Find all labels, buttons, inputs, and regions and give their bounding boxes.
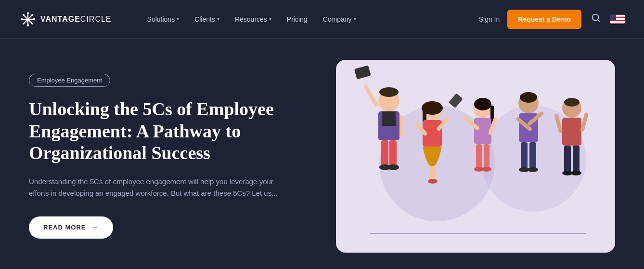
svg-rect-52 <box>529 142 536 169</box>
svg-point-8 <box>23 14 25 16</box>
svg-rect-25 <box>363 84 379 107</box>
svg-rect-33 <box>430 166 436 180</box>
svg-point-28 <box>379 87 399 97</box>
request-demo-button[interactable]: Request a Demo <box>507 10 581 29</box>
chevron-down-icon: ▾ <box>269 16 271 22</box>
chevron-down-icon: ▾ <box>177 16 179 22</box>
svg-point-10 <box>31 14 33 16</box>
svg-rect-60 <box>564 146 571 172</box>
svg-rect-22 <box>389 140 397 167</box>
read-more-button[interactable]: READ MORE → <box>29 216 113 239</box>
svg-point-5 <box>27 24 29 27</box>
nav-resources[interactable]: Resources ▾ <box>228 12 278 27</box>
svg-point-49 <box>520 92 537 103</box>
svg-rect-27 <box>399 115 403 137</box>
svg-point-6 <box>21 18 23 20</box>
category-badge[interactable]: Employee Engagement <box>29 74 110 87</box>
svg-rect-59 <box>562 118 581 146</box>
logo-text: VANTAGECIRCLE <box>40 15 112 24</box>
svg-rect-40 <box>474 118 491 144</box>
hero-section: Employee Engagement Unlocking the 5Cs of… <box>0 39 644 269</box>
svg-rect-46 <box>449 93 463 108</box>
nav-clients[interactable]: Clients ▾ <box>188 12 226 27</box>
svg-point-63 <box>571 171 581 175</box>
svg-point-4 <box>27 12 29 14</box>
svg-point-54 <box>528 167 538 172</box>
svg-point-58 <box>564 98 580 107</box>
arrow-right-icon: → <box>90 223 99 232</box>
svg-point-34 <box>428 179 438 184</box>
sign-in-link[interactable]: Sign In <box>479 15 500 23</box>
svg-rect-51 <box>521 142 528 169</box>
svg-point-9 <box>31 23 33 25</box>
svg-rect-61 <box>573 146 580 172</box>
hero-title: Unlocking the 5Cs of Employee Engagement… <box>29 98 307 164</box>
navigation: VANTAGECIRCLE Solutions ▾ Clients ▾ Reso… <box>0 0 644 39</box>
nav-company[interactable]: Company ▾ <box>316 12 363 27</box>
svg-point-24 <box>387 164 399 170</box>
svg-point-11 <box>23 23 25 25</box>
svg-rect-41 <box>476 144 482 168</box>
svg-rect-26 <box>354 65 371 79</box>
svg-rect-20 <box>382 111 396 126</box>
svg-point-38 <box>474 98 491 110</box>
nav-solutions[interactable]: Solutions ▾ <box>141 12 186 27</box>
hero-image <box>336 60 615 253</box>
language-flag[interactable] <box>610 14 625 24</box>
logo-icon <box>19 11 37 28</box>
svg-rect-42 <box>484 144 489 168</box>
svg-point-12 <box>26 18 29 20</box>
chevron-down-icon: ▾ <box>354 16 356 22</box>
nav-pricing[interactable]: Pricing <box>280 12 314 27</box>
nav-actions: Sign In Request a Demo <box>479 10 625 29</box>
hero-description: Understanding the 5Cs of employee engage… <box>29 176 279 199</box>
hero-illustration <box>341 62 610 250</box>
svg-rect-21 <box>381 140 388 167</box>
svg-point-7 <box>33 18 35 20</box>
logo[interactable]: VANTAGECIRCLE <box>19 11 112 28</box>
chevron-down-icon: ▾ <box>217 16 219 22</box>
search-icon[interactable] <box>589 11 603 27</box>
hero-content: Employee Engagement Unlocking the 5Cs of… <box>29 74 307 239</box>
svg-point-44 <box>482 167 491 172</box>
svg-line-14 <box>598 20 600 22</box>
nav-links: Solutions ▾ Clients ▾ Resources ▾ Pricin… <box>141 12 479 27</box>
